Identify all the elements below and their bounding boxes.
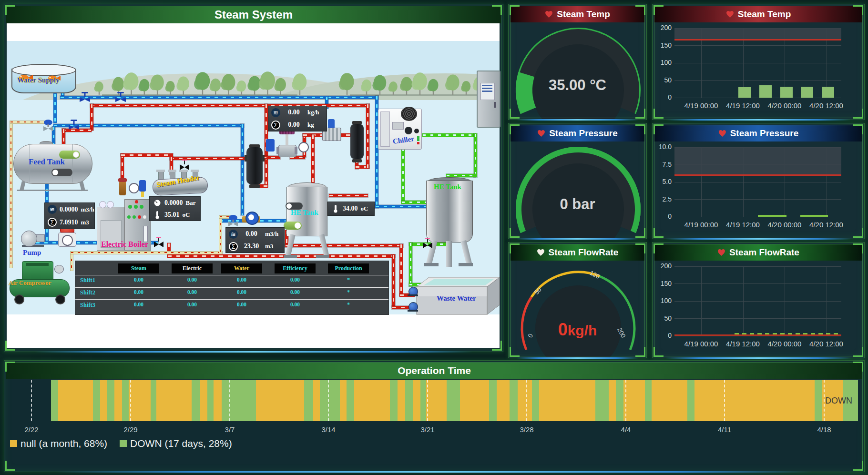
y-tick-label: 2.5 [654, 195, 672, 203]
timeline-segment-null [497, 380, 510, 421]
timeline-tick-label: 2/22 [16, 425, 47, 434]
gauge-dial [509, 20, 646, 120]
chart-title: Steam Temp [654, 6, 862, 22]
y-tick-label: 200 [654, 24, 672, 31]
timeline-segment-null [694, 380, 815, 421]
timeline-tick-label: 4/11 [709, 425, 740, 434]
series-line-red [674, 334, 841, 336]
gauge-steam-temp: Steam Temp35.00 °C [508, 4, 647, 120]
corner-bracket [654, 5, 664, 15]
timeline-tick [130, 380, 131, 421]
timeline-tick-label: 4/18 [809, 425, 839, 434]
gauge-title: Steam Pressure [511, 125, 644, 141]
corner-bracket [853, 347, 863, 357]
corner-bracket [510, 243, 520, 253]
corner-bracket [5, 5, 15, 15]
gauge-value: 0 bar [509, 196, 646, 213]
timeline-segment-null [652, 380, 687, 421]
timeline-tick [526, 380, 527, 421]
timeline-segment-null [340, 380, 347, 421]
plot-area [674, 28, 841, 98]
alarm-band [674, 28, 841, 40]
timeline-tick [328, 380, 329, 421]
gauge-steam-flowrate: Steam FlowRate0kg/h050120200 [508, 242, 647, 358]
steam-system-title-text: Steam System [214, 8, 293, 21]
x-tick-label: 4/19 00:00 [680, 340, 723, 348]
timeline-tick [31, 380, 32, 421]
timeline-segment-null [214, 380, 222, 421]
bar [822, 87, 834, 98]
chart-title-text: Steam Pressure [730, 128, 799, 139]
timeline-segment-null [256, 380, 304, 421]
corner-bracket [853, 228, 863, 238]
timeline-segment-down [489, 380, 497, 421]
timeline-tick [229, 380, 230, 421]
timeline-segment-null [609, 380, 616, 421]
gauge-title-text: Steam Pressure [549, 128, 618, 139]
timeline-tick [824, 380, 825, 421]
timeline-segment-down [192, 380, 200, 421]
heart-icon [726, 10, 734, 18]
timeline-segment-down [420, 380, 426, 421]
gauge-title: Steam Temp [511, 6, 644, 22]
x-tick-label: 4/19 00:00 [680, 221, 723, 229]
x-tick-label: 4/20 00:00 [763, 221, 806, 229]
series-line [800, 215, 828, 217]
timeline-segment-down [304, 380, 313, 421]
heart-icon [717, 249, 725, 256]
timeline-segment-null [460, 380, 489, 421]
timeline-segment-down [532, 380, 539, 421]
corner-bracket [5, 461, 15, 471]
plot-area [674, 147, 841, 217]
corner-bracket [635, 5, 645, 15]
steam-system-panel: Steam System [4, 4, 503, 352]
y-tick-label: 50 [654, 314, 672, 322]
timeline-segment-down [616, 380, 623, 421]
x-tick-label: 4/19 12:00 [722, 101, 765, 110]
alarm-band [674, 147, 841, 175]
gauge-steam-pressure: Steam Pressure0 bar [508, 123, 647, 239]
timeline-tick-label: 3/7 [214, 425, 245, 434]
corner-bracket [5, 341, 15, 351]
corner-bracket [635, 228, 645, 238]
timeline-segment-null [623, 380, 645, 421]
timeline-tick-label: 3/21 [412, 425, 443, 434]
y-tick-label: 150 [654, 41, 672, 49]
corner-bracket [853, 461, 863, 471]
y-tick-label: 100 [654, 297, 672, 304]
corner-bracket [635, 243, 645, 253]
y-tick-label: 7.5 [654, 161, 672, 168]
y-tick-label: 0 [654, 212, 672, 220]
gauge-title: Steam FlowRate [511, 244, 644, 261]
corner-bracket [853, 243, 863, 253]
corner-bracket [635, 347, 645, 357]
x-tick-label: 4/20 12:00 [805, 340, 848, 348]
corner-bracket [654, 243, 664, 253]
x-tick-label: 4/20 12:00 [805, 221, 848, 229]
timeline-segment-down [347, 380, 354, 421]
timeline-segment-null [398, 380, 405, 421]
bar [780, 87, 793, 98]
legend: null (a month, 68%)DOWN (17 days, 28%) [10, 438, 232, 449]
plot-area [674, 266, 841, 336]
timeline-segment-down [447, 380, 460, 421]
timeline-tick-label: 3/14 [313, 425, 344, 434]
timeline-tick [625, 380, 626, 421]
timeline-tick-label: 3/28 [511, 425, 542, 434]
timeline-segment-down [645, 380, 652, 421]
operation-time-title: Operation Time [6, 363, 862, 379]
x-tick-label: 4/19 12:00 [722, 340, 765, 348]
timeline-segment-null [313, 380, 320, 421]
chart-steam-temp: Steam Temp0501001502004/19 00:004/19 12:… [652, 4, 865, 120]
chart-steam-pressure: Steam Pressure02.55.07.510.04/19 00:004/… [652, 123, 865, 239]
chart-title-text: Steam FlowRate [729, 247, 799, 258]
corner-bracket [492, 341, 502, 351]
operation-timeline-bar [51, 380, 858, 421]
timeline-segment-null [413, 380, 420, 421]
heart-icon [718, 130, 726, 137]
series-line [758, 215, 786, 217]
corner-bracket [492, 5, 502, 15]
corner-bracket [635, 124, 645, 134]
timeline-segment-null [129, 380, 151, 421]
timeline-segment-null [200, 380, 207, 421]
